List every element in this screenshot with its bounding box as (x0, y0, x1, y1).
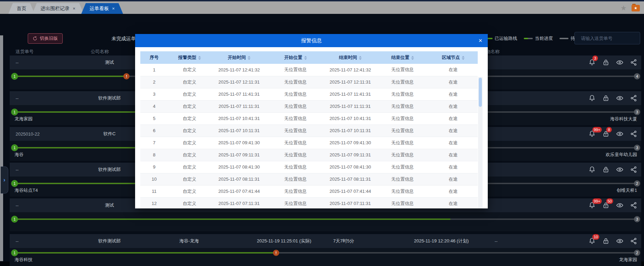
star-icon[interactable]: ★ (620, 3, 627, 12)
column-header-area-node[interactable]: 区域节点 (429, 51, 478, 64)
legend-label: 当前进度 (535, 35, 553, 42)
table-cell: 在途 (429, 185, 478, 197)
close-icon[interactable]: × (478, 34, 482, 47)
start-node: 1 (11, 144, 18, 151)
alarm-marker: ! (273, 250, 279, 256)
tab-home-label: 首页 (17, 6, 26, 12)
order-no: -- (16, 91, 19, 105)
table-cell: 无位置信息 (377, 88, 429, 100)
sort-icon[interactable] (304, 56, 307, 60)
table-cell: 7 (140, 137, 168, 149)
modal-scrollbar[interactable] (478, 77, 483, 208)
lock-button[interactable] (602, 237, 610, 245)
lock-button[interactable] (602, 94, 610, 102)
table-cell: 2025-11-07 12:41:32 (211, 64, 267, 76)
eye-button[interactable] (616, 94, 624, 102)
bell-button[interactable]: 99+ (588, 130, 596, 138)
modal-title: 报警信息 (301, 37, 322, 44)
sort-icon[interactable] (411, 56, 414, 60)
column-header-start-position[interactable]: 开始位置 (267, 51, 324, 64)
column-header-start-time[interactable]: 开始时间 (211, 51, 267, 64)
table-cell: 2025-11-07 09:11:31 (211, 149, 267, 161)
end-station-label: 龙海家园 (619, 257, 637, 263)
eye-button[interactable] (616, 237, 624, 245)
eye-button[interactable] (616, 201, 624, 209)
bell-button[interactable] (588, 94, 596, 102)
close-icon[interactable]: × (112, 6, 115, 11)
modal-scrollbar-thumb[interactable] (479, 78, 482, 107)
lock-badge: 8 (606, 127, 612, 132)
table-cell: 2025-11-07 11:11:31 (324, 100, 377, 112)
switch-old-version-button[interactable]: 切换旧版 (28, 33, 63, 44)
column-header-alarm-type[interactable]: 报警类型 (168, 51, 211, 64)
table-cell: 在途 (429, 197, 478, 208)
bell-button[interactable]: 10 (588, 237, 596, 245)
share-button[interactable] (629, 130, 638, 138)
table-cell: 在途 (429, 88, 478, 100)
share-button[interactable] (629, 58, 638, 67)
table-row: 1自定义2025-11-07 12:41:32无位置信息2025-11-07 1… (140, 64, 478, 76)
lock-button[interactable]: 8 (602, 130, 610, 138)
table-cell: 2025-11-07 12:11:31 (211, 76, 267, 88)
table-row: 4自定义2025-11-07 11:11:31无位置信息2025-11-07 1… (140, 100, 478, 112)
end-node: 2 (634, 180, 640, 187)
tab-waybill-board[interactable]: 运单看板 × (81, 3, 123, 14)
share-button[interactable] (629, 237, 638, 245)
sort-icon[interactable] (248, 56, 250, 60)
close-icon[interactable]: × (73, 6, 76, 11)
table-cell: 10 (140, 173, 168, 185)
table-row: 3自定义2025-11-07 11:41:31无位置信息2025-11-07 1… (140, 88, 478, 100)
topbar-actions: ★ ★ (620, 3, 640, 12)
start-node: 1 (11, 249, 18, 256)
bell-button[interactable]: 3 (588, 58, 596, 67)
lock-button[interactable] (602, 165, 610, 174)
collapse-panel-toggle[interactable]: › (1, 166, 8, 194)
order-no: 2025010-22 (16, 127, 39, 141)
left-scrollbar[interactable] (0, 35, 3, 261)
sort-icon[interactable] (462, 56, 465, 60)
column-header-end-position[interactable]: 结束位置 (377, 51, 429, 64)
sort-icon[interactable] (198, 56, 201, 60)
table-cell: 自定义 (168, 149, 211, 161)
tab-fence-records[interactable]: 进出围栏记录 × (32, 3, 84, 14)
table-cell: 无位置信息 (267, 112, 324, 125)
bell-button[interactable] (588, 165, 596, 174)
table-cell: 无位置信息 (267, 149, 324, 161)
table-cell: 2025-11-07 09:41:30 (211, 137, 267, 149)
table-cell: 自定义 (168, 185, 211, 197)
tab-fence-records-label: 进出围栏记录 (41, 6, 70, 12)
share-button[interactable] (629, 165, 638, 174)
end-node: 3 (634, 216, 640, 222)
share-button[interactable] (629, 94, 638, 102)
eye-button[interactable] (616, 130, 624, 138)
table-cell: 无位置信息 (377, 64, 429, 76)
start-station-label: 龙海家园 (15, 116, 33, 122)
table-cell: 5 (140, 112, 168, 125)
table-cell: 8 (140, 149, 168, 161)
table-cell: 2025-11-07 10:11:31 (211, 125, 267, 137)
table-cell: 无位置信息 (267, 100, 324, 112)
column-header-end-time[interactable]: 结束时间 (324, 51, 377, 64)
table-row: 2自定义2025-11-07 12:11:31无位置信息2025-11-07 1… (140, 76, 478, 88)
alarm-badge: 99+ (592, 127, 602, 132)
tab-home[interactable]: 首页 (8, 3, 35, 14)
table-cell: 2025-11-07 10:11:31 (324, 125, 377, 137)
lock-button[interactable]: 50 (602, 201, 610, 209)
end-node: 3 (634, 145, 640, 151)
column-header-order: 送货单号 (16, 49, 34, 55)
table-cell: 在途 (429, 173, 478, 185)
eye-button[interactable] (616, 58, 624, 67)
search-input[interactable] (581, 36, 642, 41)
sort-icon[interactable] (359, 56, 362, 60)
refresh-icon (33, 36, 37, 41)
lock-button[interactable] (602, 58, 610, 67)
favorites-folder-icon[interactable]: ★ (632, 5, 640, 11)
company-name: 软件测试部 (73, 234, 146, 248)
card-header: -- 软件测试部 海谷-龙海 2025-11-19 11:25:01 (实际) … (10, 234, 641, 248)
start-station-label: 海谷 (15, 152, 24, 158)
bell-button[interactable]: 99+ (588, 201, 596, 209)
share-button[interactable] (629, 201, 638, 209)
table-cell: 在途 (429, 125, 478, 137)
eye-button[interactable] (616, 165, 624, 174)
table-cell: 自定义 (168, 112, 211, 125)
